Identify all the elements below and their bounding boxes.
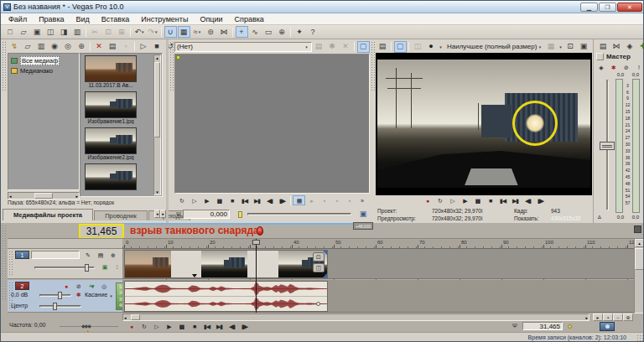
video-preview-area[interactable] — [376, 53, 592, 195]
media-properties-icon[interactable]: ▤ — [106, 41, 119, 53]
menu-item-2[interactable]: Вид — [70, 14, 96, 24]
audio-event[interactable] — [124, 281, 328, 312]
media-thumbnail-image[interactable] — [85, 91, 137, 118]
track2-volume-handle[interactable] — [58, 292, 62, 299]
play-from-start-button[interactable]: ▷ — [188, 195, 200, 205]
track-drag-handle[interactable] — [8, 251, 13, 277]
media-panel-grip[interactable] — [2, 41, 6, 91]
record-button[interactable]: ● — [421, 195, 434, 205]
chevron-down-icon[interactable]: ▾ — [537, 42, 543, 52]
chevron-down-icon[interactable]: ▾ — [304, 42, 309, 52]
automation-gear-icon[interactable]: ✱ — [76, 292, 81, 298]
marker-tool-icon[interactable] — [568, 324, 572, 329]
tab-project-media[interactable]: Медиафайлы проекта — [3, 209, 93, 220]
resize-grip[interactable] — [636, 334, 644, 342]
record-button[interactable]: ● — [125, 322, 138, 332]
preview-mode-icon[interactable]: ● — [425, 41, 438, 53]
splitter[interactable] — [593, 39, 594, 223]
project-properties-icon[interactable]: ▤ — [377, 41, 389, 53]
master-fader-handle[interactable] — [600, 142, 615, 150]
menu-item-0[interactable]: Файл — [3, 14, 33, 24]
media-thumbnail-image[interactable] — [85, 163, 137, 190]
menu-item-5[interactable]: Опции — [194, 14, 228, 24]
edit-tool-button[interactable]: ▸ — [593, 314, 603, 321]
composite-mode-icon[interactable]: ▣ — [98, 262, 111, 272]
video-event[interactable]: ⊡◫ — [124, 250, 328, 278]
tree-item-0[interactable]: Все медиаф — [9, 55, 78, 66]
stop-preview-icon[interactable]: ■ — [151, 41, 164, 53]
save-icon[interactable]: ▣ — [31, 26, 44, 38]
trimmer-shuttle-groove[interactable] — [247, 213, 351, 215]
downmix-icon[interactable]: ✚ — [637, 40, 644, 52]
preview-grip[interactable] — [371, 41, 375, 91]
track-motion-icon[interactable]: ▤ — [94, 250, 106, 260]
start-preview-icon[interactable]: ▷ — [138, 41, 150, 53]
tab-scroll-left-icon[interactable]: ◂ — [154, 210, 160, 218]
open-icon[interactable]: ▱ — [18, 26, 30, 38]
envelope-node[interactable] — [316, 302, 320, 306]
import-media-icon[interactable]: ▱ — [22, 41, 34, 53]
insert-fx-icon[interactable]: +▾ — [85, 281, 97, 291]
pause-button[interactable]: ▮▮ — [213, 195, 226, 205]
insert-bus-icon[interactable]: ▤ — [597, 40, 610, 52]
remove-media-icon[interactable]: ✕ — [93, 41, 106, 53]
stop-button[interactable]: ■ — [226, 195, 238, 205]
media-tree-hscrollbar[interactable]: ◂ ▸ — [8, 192, 80, 200]
zoom-tool-icon[interactable]: ⊕ — [276, 26, 288, 38]
chevron-down-icon[interactable]: ▾ — [558, 42, 564, 52]
playhead[interactable] — [256, 239, 257, 313]
trimmer-marker-slider[interactable] — [238, 211, 242, 218]
properties-icon[interactable]: ◫ — [44, 26, 57, 38]
snap-icon[interactable]: ∪ — [164, 26, 177, 38]
play-button[interactable]: ▶ — [459, 195, 471, 205]
scroll-down-icon[interactable]: ▾ — [154, 189, 160, 194]
trimmer-workspace[interactable] — [174, 54, 370, 194]
trimmer-media-combo[interactable]: (Нет) ▾ — [174, 42, 312, 52]
scroll-right-icon[interactable]: ▸ — [585, 315, 588, 320]
media-generators-icon[interactable]: ↯ — [8, 41, 21, 53]
scroll-thumb[interactable] — [34, 193, 53, 199]
undo-icon[interactable]: ↶▾ — [133, 26, 146, 38]
master-meter-left[interactable] — [615, 79, 623, 213]
media-thumbnail-item[interactable] — [85, 163, 138, 190]
track1-number-badge[interactable]: 1 — [15, 251, 29, 259]
media-thumbnail-item[interactable]: Изображение1.jpg — [85, 91, 138, 124]
get-media-web-icon[interactable]: ⊛ — [75, 41, 88, 53]
timeline-grip[interactable] — [2, 225, 6, 300]
scroll-thumb[interactable] — [131, 314, 140, 320]
external-monitor-icon[interactable]: ▢ — [357, 41, 370, 53]
pause-button[interactable]: ▮▮ — [471, 195, 484, 205]
menu-item-3[interactable]: Вставка — [96, 14, 135, 24]
tutorials-icon[interactable]: ✦ — [293, 26, 306, 38]
bus-minimize-icon[interactable] — [596, 53, 604, 60]
media-thumbnail-image[interactable] — [85, 55, 137, 82]
stop-button[interactable]: ■ — [484, 195, 496, 205]
tab-scroll-right-icon[interactable]: ▸ — [160, 210, 166, 218]
track2-pan-handle[interactable] — [53, 303, 57, 310]
marker-balloon-icon[interactable] — [257, 226, 263, 236]
zoom-region-button[interactable]: ▪ — [603, 314, 613, 321]
loop-playback-button[interactable]: ↻ — [138, 322, 150, 332]
time-ruler[interactable]: 0102030405060708090100110120 — [122, 238, 634, 249]
track1-level-handle[interactable] — [85, 264, 89, 272]
auto-ripple-icon[interactable]: ≈▾ — [191, 26, 204, 38]
chevron-down-icon[interactable]: ▾ — [438, 42, 444, 52]
automation-mode-label[interactable]: Касание — [85, 292, 107, 298]
play-from-start-button[interactable]: ▷ — [150, 322, 163, 332]
insert-fx-icon[interactable]: ⋈ — [610, 40, 623, 52]
track2-volume-groove[interactable] — [39, 294, 71, 297]
scroll-left-icon[interactable]: ◂ — [124, 315, 127, 320]
pause-button[interactable]: ▮▮ — [175, 322, 188, 332]
new-project-icon[interactable]: □ — [4, 26, 17, 38]
overflow-button[interactable]: » — [356, 195, 368, 205]
timeline-vscrollbar[interactable]: ▴ — [634, 238, 644, 314]
scroll-left-icon[interactable]: ◂ — [8, 194, 13, 199]
tree-item-1[interactable]: Медианако — [9, 66, 78, 75]
step-back-button[interactable]: ◀▮ — [522, 195, 534, 205]
selection-tool-icon[interactable]: ▭ — [262, 26, 275, 38]
scrub-handle[interactable]: ◆◆◆ — [81, 323, 91, 329]
playhead-handle[interactable] — [252, 240, 260, 245]
chevron-down-icon[interactable]: ▾ — [108, 291, 114, 301]
step-forward-button[interactable]: ▮▶ — [238, 322, 251, 332]
external-monitor-icon[interactable]: ▢ — [394, 41, 407, 53]
